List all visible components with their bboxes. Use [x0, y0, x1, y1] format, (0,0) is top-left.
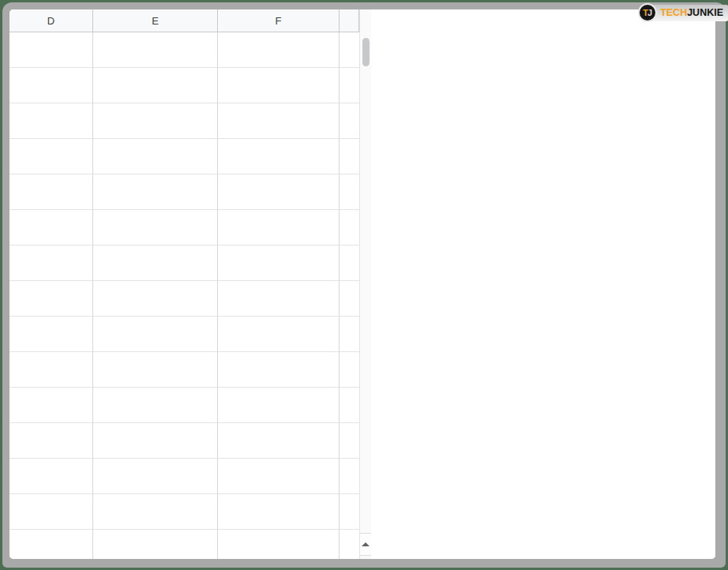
- spreadsheet-area: DEF: [9, 9, 371, 559]
- grid-row[interactable]: [9, 388, 359, 423]
- column-header-d[interactable]: D: [9, 9, 93, 32]
- grid-row[interactable]: [9, 423, 359, 459]
- sheet-vertical-scrollbar[interactable]: [359, 9, 371, 559]
- grid-line: [217, 32, 218, 559]
- column-header-stub[interactable]: [340, 9, 359, 32]
- techjunkie-watermark: TJ TECHJUNKIE: [638, 2, 728, 24]
- grid-row[interactable]: [9, 139, 359, 174]
- grid-row[interactable]: [9, 352, 359, 388]
- grid-row[interactable]: [9, 530, 359, 559]
- grid-row[interactable]: [9, 459, 359, 494]
- grid-row[interactable]: [9, 174, 359, 210]
- badge-letter-j: J: [647, 8, 652, 17]
- grid-row[interactable]: [9, 32, 359, 68]
- app-window: DEF Single color Color scale Apply to ra…: [9, 9, 715, 559]
- conditional-format-panel: Single color Color scale Apply to range …: [371, 9, 715, 559]
- techjunkie-logo-icon: TJ: [638, 3, 657, 22]
- grid-row[interactable]: [9, 68, 359, 103]
- grid-line: [92, 32, 93, 559]
- grid-row[interactable]: [9, 317, 359, 352]
- scroll-up-button[interactable]: [360, 533, 371, 556]
- column-header-row: DEF: [9, 9, 359, 32]
- grid-row[interactable]: [9, 281, 359, 317]
- wordmark-junkie: JUNKIE: [687, 7, 723, 18]
- grid-row[interactable]: [9, 210, 359, 246]
- scrollbar-thumb[interactable]: [362, 38, 370, 66]
- spreadsheet-grid[interactable]: [9, 32, 359, 559]
- column-header-e[interactable]: E: [93, 9, 218, 32]
- arrow-up-icon: [362, 542, 370, 546]
- column-header-f[interactable]: F: [218, 9, 340, 32]
- techjunkie-wordmark: TECHJUNKIE: [649, 5, 728, 21]
- wordmark-tech: TECH: [660, 7, 687, 18]
- grid-row[interactable]: [9, 494, 359, 530]
- grid-row[interactable]: [9, 246, 359, 281]
- grid-row[interactable]: [9, 103, 359, 139]
- grid-line: [339, 32, 340, 559]
